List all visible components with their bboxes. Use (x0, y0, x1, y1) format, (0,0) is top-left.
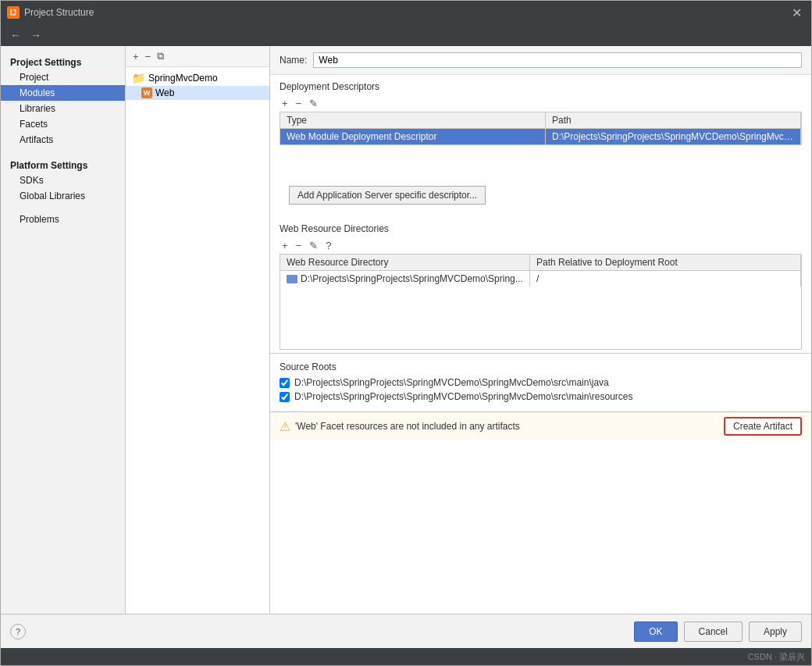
warning-bar: ⚠ 'Web' Facet resources are not included… (270, 411, 811, 440)
wr-col-pathrel: Path Relative to Deployment Root (530, 255, 801, 270)
sidebar-item-sdks[interactable]: SDKs (1, 173, 125, 188)
back-button[interactable]: ← (7, 27, 24, 43)
tree-item-label: Web (155, 87, 174, 98)
help-button[interactable]: ? (10, 624, 26, 639)
wr-table: Web Resource Directory Path Relative to … (280, 254, 802, 350)
folder-small-icon (287, 275, 297, 283)
tree-item-web[interactable]: W Web (126, 86, 269, 100)
sidebar-item-libraries[interactable]: Libraries (1, 101, 125, 116)
sidebar-item-problems[interactable]: Problems (1, 212, 125, 227)
tree-add-button[interactable]: + (130, 50, 141, 63)
web-resource-header: Web Resource Directories (270, 217, 811, 237)
window-title: Project Structure (24, 7, 94, 18)
right-panel: Name: Deployment Descriptors + − ✎ Type … (270, 46, 811, 614)
wr-row-0[interactable]: D:\Projects\SpringProjects\SpringMVCDemo… (280, 271, 801, 287)
wr-col-webdir: Web Resource Directory (280, 255, 530, 270)
tree-remove-button[interactable]: − (143, 50, 154, 63)
add-descriptor-button[interactable]: Add Application Server specific descript… (289, 186, 486, 205)
dd-edit-button[interactable]: ✎ (307, 97, 320, 110)
status-text: CSDN · 梁辰兴 (748, 651, 805, 663)
sidebar-item-artifacts[interactable]: Artifacts (1, 132, 125, 148)
status-bar: CSDN · 梁辰兴 (1, 648, 811, 665)
dd-type-cell: Web Module Deployment Descriptor (280, 129, 546, 144)
source-root-row-1: D:\Projects\SpringProjects\SpringMVCDemo… (280, 390, 802, 404)
dd-add-button[interactable]: + (280, 97, 290, 110)
name-label: Name: (280, 55, 307, 66)
nav-bar: ← → (1, 24, 811, 46)
web-icon: W (141, 87, 152, 98)
source-roots-section: Source Roots D:\Projects\SpringProjects\… (270, 353, 811, 408)
warning-text: 'Web' Facet resources are not included i… (295, 421, 520, 432)
wr-toolbar: + − ✎ ? (270, 237, 811, 254)
tree-item-springmvcdemo[interactable]: 📁 SpringMvcDemo (126, 70, 269, 86)
sidebar-item-global-libraries[interactable]: Global Libraries (1, 188, 125, 204)
dd-col-path: Path (546, 112, 801, 128)
source-root-row-0: D:\Projects\SpringProjects\SpringMVCDemo… (280, 376, 802, 390)
wr-add-button[interactable]: + (280, 239, 290, 252)
dd-table: Type Path Web Module Deployment Descript… (280, 112, 802, 145)
bottom-bar: ? OK Cancel Apply (1, 614, 811, 648)
dd-row-0[interactable]: Web Module Deployment Descriptor D:\Proj… (280, 129, 801, 144)
wr-remove-button[interactable]: − (294, 239, 304, 252)
sidebar: Project Settings Project Modules Librari… (1, 46, 126, 614)
ok-button[interactable]: OK (634, 621, 677, 642)
source-root-label-1: D:\Projects\SpringProjects\SpringMVCDemo… (294, 391, 632, 402)
tree-toolbar: + − ⧉ (126, 46, 269, 67)
sidebar-item-modules[interactable]: Modules (1, 85, 125, 101)
tree-item-label: SpringMvcDemo (148, 73, 218, 84)
tree-content: 📁 SpringMvcDemo W Web (126, 67, 269, 614)
tree-panel: + − ⧉ 📁 SpringMvcDemo W Web (126, 46, 270, 614)
forward-button[interactable]: → (27, 27, 45, 43)
platform-settings-label: Platform Settings (1, 155, 125, 173)
sidebar-item-project[interactable]: Project (1, 69, 125, 85)
app-icon: IJ (7, 6, 20, 19)
close-button[interactable]: ✕ (789, 5, 805, 20)
title-bar: IJ Project Structure ✕ (1, 1, 811, 24)
warning-icon: ⚠ (280, 419, 290, 434)
wr-help-button[interactable]: ? (323, 239, 333, 252)
tree-copy-button[interactable]: ⧉ (155, 49, 166, 63)
dd-path-cell: D:\Projects\SpringProjects\SpringMVCDemo… (546, 129, 801, 144)
dd-remove-button[interactable]: − (294, 97, 304, 110)
dd-toolbar: + − ✎ (270, 95, 811, 112)
source-root-checkbox-1[interactable] (280, 392, 290, 402)
source-root-checkbox-0[interactable] (280, 378, 290, 388)
sidebar-item-facets[interactable]: Facets (1, 116, 125, 132)
deployment-descriptors-header: Deployment Descriptors (270, 75, 811, 95)
wr-pathrel-cell: / (530, 271, 801, 287)
folder-icon: 📁 (132, 72, 145, 84)
create-artifact-button[interactable]: Create Artifact (724, 417, 802, 436)
wr-edit-button[interactable]: ✎ (307, 239, 320, 252)
apply-button[interactable]: Apply (749, 621, 802, 642)
name-input[interactable] (313, 52, 802, 68)
wr-webdir-cell: D:\Projects\SpringProjects\SpringMVCDemo… (280, 271, 530, 287)
cancel-button[interactable]: Cancel (684, 621, 743, 642)
name-row: Name: (270, 46, 811, 75)
source-root-label-0: D:\Projects\SpringProjects\SpringMVCDemo… (294, 377, 609, 388)
dd-col-type: Type (280, 112, 546, 128)
project-settings-label: Project Settings (1, 52, 125, 69)
source-roots-header: Source Roots (280, 358, 802, 376)
